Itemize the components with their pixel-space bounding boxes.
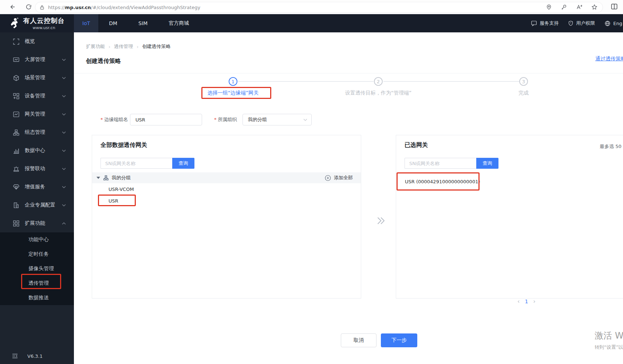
- circle-plus-icon: [325, 175, 331, 181]
- extended-functions-submenu: 功能中心 定时任务 摄像头管理 透传管理 数据推送: [0, 232, 74, 305]
- sidebar-item-overview[interactable]: 概览: [0, 32, 74, 51]
- chevron-down-icon: [62, 186, 66, 188]
- location-icon[interactable]: [546, 4, 552, 10]
- caret-down-icon[interactable]: [96, 177, 100, 179]
- sidebar-item-value-added[interactable]: 增值服务: [0, 178, 74, 196]
- prev-page-icon[interactable]: ‹: [517, 298, 520, 305]
- chevron-down-icon: [62, 204, 66, 207]
- submenu-item-data-push[interactable]: 数据推送: [0, 291, 74, 305]
- organization-selected-value: 我的分组: [248, 116, 267, 123]
- read-aloud-icon[interactable]: [576, 4, 583, 10]
- sidebar-item-config-mgmt[interactable]: 组态管理: [0, 123, 74, 141]
- breadcrumb-extended-functions[interactable]: 扩展功能: [86, 43, 105, 50]
- group-tree-node[interactable]: 我的分组 添加全部: [92, 172, 361, 183]
- address-bar[interactable]: https://mp.usr.cn/#/cloud/extend/ViewAdd…: [35, 2, 603, 13]
- submenu-item-function-center[interactable]: 功能中心: [0, 232, 74, 247]
- sidebar-item-label: 大屏管理: [25, 56, 45, 63]
- browser-toolbar: https://mp.usr.cn/#/cloud/extend/ViewAdd…: [0, 0, 623, 14]
- apps-grid-icon: [13, 220, 19, 227]
- back-icon[interactable]: [9, 4, 16, 10]
- split-screen-icon[interactable]: [611, 3, 618, 10]
- user-permissions[interactable]: 用户权限: [568, 20, 595, 27]
- selected-search-button[interactable]: 查询: [476, 158, 498, 169]
- selected-gateway-row[interactable]: USR (00004291000000000001): [405, 179, 480, 184]
- tab-official-mall[interactable]: 官方商城: [158, 14, 200, 32]
- organization-select[interactable]: 我的分组: [243, 114, 312, 125]
- submenu-item-label: 透传管理: [28, 280, 49, 287]
- logo[interactable]: 有人云控制台 www.usr.cn: [0, 14, 74, 32]
- step-2-label: 设置透传目标，作为“管理端”: [345, 90, 412, 96]
- page-title: 创建透传策略: [86, 57, 121, 65]
- submenu-item-camera-mgmt[interactable]: 摄像头管理: [0, 261, 74, 276]
- transfer-right-icon[interactable]: [375, 215, 386, 226]
- sidebar-item-scene-mgmt[interactable]: 场景管理: [0, 69, 74, 87]
- group-name-input[interactable]: [130, 114, 202, 125]
- language-switcher[interactable]: Eng: [604, 20, 622, 27]
- tab-sim[interactable]: SIM: [128, 14, 158, 32]
- submenu-item-label: 数据推送: [28, 295, 49, 301]
- big-screen-icon: [13, 57, 19, 63]
- bar-chart-icon: [13, 148, 19, 154]
- max-select-hint: 最多选 50: [600, 143, 622, 150]
- scene-cube-icon: [13, 75, 19, 81]
- step-1-label: 选择一组“边缘端”网关: [208, 90, 259, 96]
- tab-dm[interactable]: DM: [98, 14, 128, 32]
- version-label: V6.3.1: [27, 353, 43, 359]
- chevron-down-icon: [62, 59, 66, 61]
- refresh-icon[interactable]: [25, 4, 32, 10]
- sidebar-item-screen-mgmt[interactable]: 大屏管理: [0, 51, 74, 69]
- service-support[interactable]: 服务支持: [531, 20, 559, 27]
- pagination: ‹ 1 ›: [517, 298, 536, 305]
- sidebar-item-label: 设备管理: [25, 93, 45, 99]
- main-content: 扩展功能 › 透传管理 › 创建透传策略 创建透传策略 通过透传策略 1 2 3…: [74, 32, 623, 364]
- chevron-down-icon: [62, 77, 66, 79]
- all-gateways-panel: 全部数据透传网关 查询 我的分组 添加全部 USR-VCOM USR: [92, 135, 361, 299]
- globe-icon: [604, 20, 611, 27]
- watermark-line1: 激活 Windows: [595, 330, 623, 341]
- chevron-down-icon: [303, 119, 307, 121]
- org-tree-icon: [103, 175, 109, 180]
- divider: [74, 73, 623, 73]
- sidebar-item-data-center[interactable]: 数据中心: [0, 141, 74, 160]
- cancel-button[interactable]: 取消: [341, 333, 376, 347]
- sidebar-item-extended-functions[interactable]: 扩展功能: [0, 214, 74, 232]
- app-title: 有人云控制台: [23, 16, 65, 25]
- selected-gateways-panel: 已选网关 最多选 50 查询 USR (00004291000000000001…: [396, 135, 623, 299]
- key-icon[interactable]: [561, 4, 567, 10]
- building-icon: [13, 202, 19, 208]
- submenu-item-label: 定时任务: [28, 251, 49, 257]
- breadcrumb-passthrough-mgmt[interactable]: 透传管理: [114, 43, 133, 50]
- sidebar-item-alarm-linkage[interactable]: 报警联动: [0, 160, 74, 178]
- favorites-star-icon[interactable]: [591, 4, 598, 10]
- add-all-button[interactable]: 添加全部: [325, 175, 353, 181]
- service-support-label: 服务支持: [540, 20, 559, 27]
- sidebar-item-label: 企业专属配置: [25, 202, 55, 208]
- next-page-icon[interactable]: ›: [533, 298, 535, 305]
- gateway-search-input[interactable]: [100, 158, 172, 169]
- step-1-circle: 1: [229, 77, 237, 86]
- next-step-button[interactable]: 下一步: [381, 333, 417, 347]
- gateway-row-usr[interactable]: USR: [109, 198, 118, 204]
- sidebar-item-enterprise-config[interactable]: 企业专属配置: [0, 196, 74, 214]
- submenu-item-passthrough-mgmt[interactable]: 透传管理: [0, 276, 74, 291]
- selected-search-input[interactable]: [405, 158, 476, 169]
- lock-icon[interactable]: [40, 5, 44, 10]
- add-all-label: 添加全部: [334, 175, 353, 181]
- chevron-down-icon: [62, 113, 66, 116]
- passthrough-help-link[interactable]: 通过透传策略: [595, 56, 623, 62]
- gateway-chart-icon: [13, 111, 19, 117]
- tab-iot[interactable]: IoT: [74, 14, 98, 32]
- sidebar-item-label: 数据中心: [25, 147, 45, 154]
- chevron-down-icon: [62, 131, 66, 134]
- language-label: Eng: [613, 21, 622, 26]
- page-number[interactable]: 1: [525, 299, 528, 304]
- sidebar-item-device-mgmt[interactable]: 设备管理: [0, 87, 74, 105]
- gateway-search-button[interactable]: 查询: [172, 158, 194, 169]
- collapse-sidebar-icon[interactable]: [12, 353, 18, 359]
- sidebar-item-gateway-mgmt[interactable]: 网关管理: [0, 105, 74, 123]
- submenu-item-scheduled-tasks[interactable]: 定时任务: [0, 247, 74, 261]
- device-grid-icon: [13, 93, 19, 99]
- gateway-row-usr-vcom[interactable]: USR-VCOM: [109, 187, 134, 192]
- url-text[interactable]: https://mp.usr.cn/#/cloud/extend/ViewAdd…: [48, 5, 200, 10]
- breadcrumb: 扩展功能 › 透传管理 › 创建透传策略: [86, 43, 170, 50]
